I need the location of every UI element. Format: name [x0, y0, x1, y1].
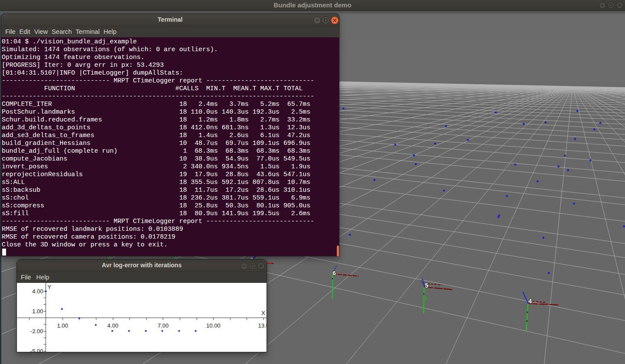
svg-text:-5.00: -5.00	[30, 348, 43, 352]
svg-text:7.00: 7.00	[158, 322, 168, 328]
svg-text:4: 4	[529, 298, 532, 305]
svg-text:-2.00: -2.00	[30, 328, 43, 334]
svg-text:4.00: 4.00	[32, 288, 43, 294]
svg-text:10.00: 10.00	[206, 322, 220, 328]
svg-text:Y: Y	[48, 284, 52, 290]
svg-text:5: 5	[425, 282, 428, 289]
svg-text:1.00: 1.00	[32, 308, 43, 314]
svg-text:1.00: 1.00	[57, 322, 68, 328]
svg-text:13.0: 13.0	[258, 322, 267, 328]
svg-text:4.00: 4.00	[107, 322, 118, 328]
svg-text:X: X	[261, 310, 265, 316]
svg-text:6: 6	[332, 270, 336, 276]
